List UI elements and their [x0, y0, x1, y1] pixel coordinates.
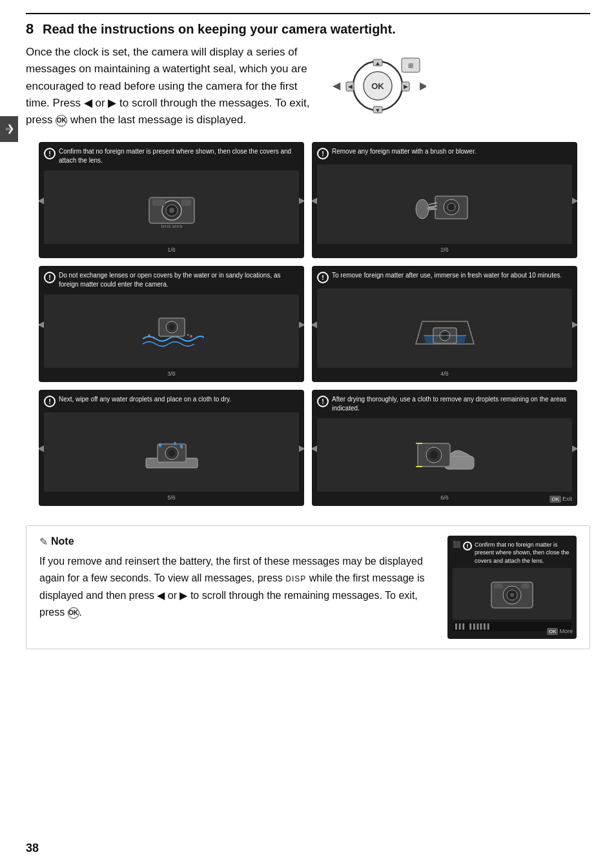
svg-text:OK: OK: [371, 81, 384, 91]
msg-icon-3: !: [44, 272, 56, 283]
svg-point-47: [159, 443, 161, 447]
svg-point-34: [148, 334, 150, 337]
side-nav-marker: [0, 116, 18, 142]
note-screen-top: ⬛ ! Confirm that no foreign matter is pr…: [453, 541, 571, 565]
svg-point-25: [447, 203, 455, 211]
step-title: Read the instructions on keeping your ca…: [43, 21, 396, 37]
msg-image-2: [317, 165, 572, 244]
svg-point-35: [152, 337, 154, 339]
svg-point-48: [180, 445, 183, 449]
msg-exit-6: OK Exit: [549, 496, 572, 503]
nav-right-2: ▶: [571, 195, 577, 205]
svg-text:▲: ▲: [375, 60, 381, 66]
msg-counter-3: 3/6: [44, 370, 299, 377]
msg-icon-6: !: [317, 396, 329, 407]
message-screen-2: ◀ ▶ ! Remove any foreign matter with a b…: [312, 142, 577, 258]
msg-image-5: [44, 412, 299, 492]
nav-right-1: ▶: [298, 195, 304, 205]
msg-counter-5: 5/6: [44, 494, 299, 501]
msg-icon-2: !: [317, 148, 329, 159]
msg-text-6: After drying thoroughly, use a cloth to …: [332, 395, 572, 413]
svg-text:◀: ◀: [348, 83, 353, 90]
note-screen: ⬛ ! Confirm that no foreign matter is pr…: [447, 536, 577, 639]
svg-point-49: [174, 442, 176, 445]
svg-text:▼: ▼: [375, 107, 381, 114]
message-screen-3: ◀ ▶ ! Do not exchange lenses or open cov…: [39, 266, 304, 382]
ok-exit-badge: OK: [549, 496, 561, 503]
nav-right-5: ▶: [298, 443, 304, 453]
msg-image-6: [317, 418, 572, 492]
note-header: ✎ Note: [39, 536, 435, 548]
msg-counter-4: 4/6: [317, 370, 572, 377]
svg-point-19: [169, 208, 174, 213]
note-msg-icon: !: [463, 541, 472, 550]
svg-point-36: [190, 335, 192, 338]
message-screen-4: ◀ ▶ ! To remove foreign matter after use…: [312, 266, 577, 382]
svg-text:▶: ▶: [420, 80, 426, 91]
nav-right-6: ▶: [571, 443, 577, 453]
msg-image-4: [317, 288, 572, 368]
msg-text-5: Next, wipe off any water droplets and pl…: [59, 395, 231, 404]
exit-label: Exit: [562, 496, 572, 502]
msg-icon-5: !: [44, 396, 56, 407]
message-screen-5: ◀ ▶ ! Next, wipe off any water droplets …: [39, 390, 304, 506]
msg-text-2: Remove any foreign matter with a brush o…: [332, 147, 476, 156]
msg-image-1: lens area: [44, 170, 299, 244]
msg-counter-2: 2/6: [317, 247, 572, 253]
svg-point-53: [430, 451, 438, 459]
svg-point-46: [169, 450, 175, 456]
svg-text:▶: ▶: [404, 83, 408, 90]
nav-right-3: ▶: [298, 319, 304, 329]
note-screen-image: [453, 568, 571, 620]
note-section: ✎ Note If you remove and reinsert the ba…: [26, 525, 590, 649]
step-body-text: Once the clock is set, the camera will d…: [26, 44, 310, 129]
ok-more-badge: OK: [547, 628, 559, 635]
svg-point-59: [510, 593, 514, 597]
message-screen-1: ◀ ▶ ! Confirm that no foreign matter is …: [39, 142, 304, 258]
svg-line-30: [429, 209, 437, 210]
msg-counter-6: 6/6: [317, 494, 572, 501]
messages-grid: ◀ ▶ ! Confirm that no foreign matter is …: [26, 142, 590, 506]
svg-rect-21: [181, 199, 191, 206]
note-pencil-icon: ✎: [39, 536, 48, 548]
msg-text-3: Do not exchange lenses or open covers by…: [59, 271, 299, 289]
disp-label: DISP: [285, 574, 306, 583]
msg-image-3: [44, 294, 299, 368]
svg-point-33: [169, 325, 174, 330]
page-number: 38: [26, 842, 39, 855]
note-screen-text: Confirm that no foreign matter is presen…: [475, 541, 571, 565]
svg-rect-60: [494, 583, 503, 589]
msg-text-1: Confirm that no foreign matter is presen…: [59, 147, 299, 165]
message-screen-6: ◀ ▶ ! After drying thoroughly, use a clo…: [312, 390, 577, 506]
nav-right-4: ▶: [571, 319, 577, 329]
note-screen-more: OK More: [547, 628, 573, 635]
svg-text:lens area: lens area: [161, 223, 182, 229]
svg-text:◀: ◀: [333, 80, 341, 91]
step-header: 8 Read the instructions on keeping your …: [26, 13, 590, 37]
camera-control-illustration: OK ▲ ▼ ◀ ▶ ⊞ ◀ ▶: [329, 50, 426, 117]
note-left: ✎ Note If you remove and reinsert the ba…: [39, 536, 435, 621]
svg-rect-20: [152, 199, 165, 206]
svg-rect-0: [6, 128, 11, 130]
more-label: More: [559, 628, 573, 634]
svg-point-37: [187, 334, 189, 336]
svg-point-26: [416, 199, 429, 219]
step-number: 8: [26, 21, 40, 37]
msg-counter-1: 1/6: [44, 247, 299, 253]
note-body-text: If you remove and reinsert the battery, …: [39, 553, 435, 621]
note-title: Note: [51, 536, 74, 547]
svg-rect-61: [522, 583, 529, 589]
svg-text:⊞: ⊞: [408, 62, 413, 69]
msg-icon-1: !: [44, 148, 56, 159]
step-content: Once the clock is set, the camera will d…: [26, 44, 590, 129]
msg-icon-4: !: [317, 272, 329, 283]
msg-text-4: To remove foreign matter after use, imme…: [332, 271, 562, 280]
